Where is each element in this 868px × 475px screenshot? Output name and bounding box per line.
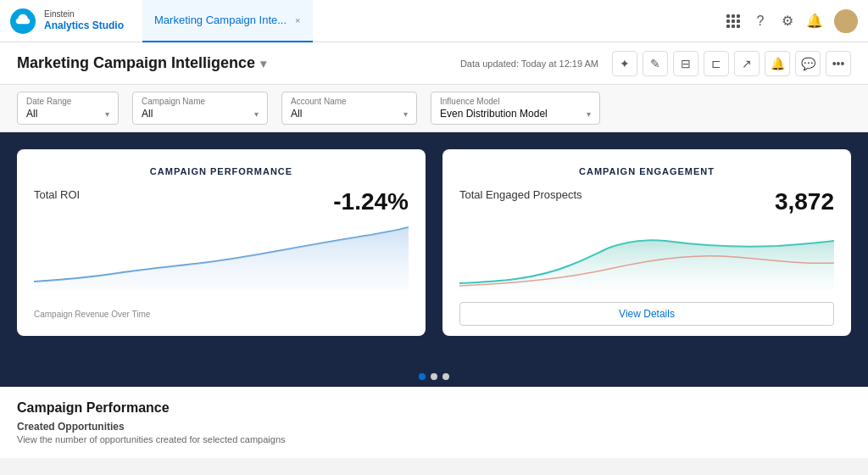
settings-icon[interactable]: ⚙ (780, 14, 795, 29)
performance-chart (34, 222, 409, 305)
more-button[interactable]: ••• (826, 51, 851, 76)
bottom-section-subtitle: Created Opportunities (17, 421, 851, 433)
brand-name: Analytics Studio (44, 20, 124, 31)
nav-right: ? ⚙ 🔔 (726, 9, 858, 33)
bottom-section: Campaign Performance Created Opportuniti… (0, 387, 868, 458)
account-name-label: Account Name (291, 97, 408, 106)
account-name-value: All ▾ (291, 108, 408, 120)
save-button[interactable]: ⊟ (673, 51, 698, 76)
performance-metric-value: -1.24% (333, 188, 409, 215)
header-right: Data updated: Today at 12:19 AM ✦ ✎ ⊟ ⊏ … (460, 51, 851, 76)
filter-bar: Date Range All ▾ Campaign Name All ▾ Acc… (0, 85, 868, 132)
performance-card-title: CAMPAIGN PERFORMANCE (34, 166, 409, 176)
performance-footnote: Campaign Revenue Over Time (34, 310, 409, 319)
tab-label: Marketing Campaign Inte... (154, 14, 287, 26)
performance-card: CAMPAIGN PERFORMANCE Total ROI -1.24% Ca… (17, 149, 426, 336)
engagement-metric-value: 3,872 (775, 188, 834, 215)
grid-icon[interactable] (726, 14, 741, 29)
user-avatar[interactable] (834, 9, 858, 33)
page-title: Marketing Campaign Intelligence (17, 54, 255, 72)
secondary-header: Marketing Campaign Intelligence ▾ Data u… (0, 42, 868, 85)
performance-metric-row: Total ROI -1.24% (34, 188, 409, 215)
campaign-name-filter[interactable]: Campaign Name All ▾ (132, 92, 268, 125)
carousel-indicator (0, 353, 868, 387)
brand-einstein: Einstein (44, 9, 124, 20)
engagement-chart (459, 222, 834, 293)
main-content: CAMPAIGN PERFORMANCE Total ROI -1.24% Ca… (0, 132, 868, 353)
data-updated-label: Data updated: Today at 12:19 AM (460, 59, 598, 69)
view-details-button[interactable]: View Details (459, 302, 834, 326)
dot-2[interactable] (431, 373, 437, 380)
bottom-section-description: View the number of opportunities created… (17, 434, 851, 444)
date-range-label: Date Range (26, 97, 109, 106)
campaign-name-label: Campaign Name (142, 97, 259, 106)
page-title-container: Marketing Campaign Intelligence ▾ (17, 54, 266, 72)
dot-3[interactable] (442, 373, 449, 380)
share-button[interactable]: ↗ (734, 51, 760, 76)
help-icon[interactable]: ? (753, 14, 768, 29)
influence-model-value: Even Distribution Model ▾ (440, 108, 591, 120)
sparkle-button[interactable]: ✦ (612, 51, 637, 76)
page-title-dropdown[interactable]: ▾ (260, 57, 266, 70)
chat-button[interactable]: 💬 (795, 51, 821, 76)
influence-model-label: Influence Model (440, 97, 591, 106)
tab-close-button[interactable]: × (295, 15, 300, 25)
notifications-icon[interactable]: 🔔 (807, 14, 822, 29)
bookmark-button[interactable]: ⊏ (704, 51, 729, 76)
engagement-card: CAMPAIGN ENGAGEMENT Total Engaged Prospe… (442, 149, 851, 336)
engagement-metric-row: Total Engaged Prospects 3,872 (459, 188, 834, 215)
performance-metric-label: Total ROI (34, 188, 80, 201)
svg-point-1 (837, 24, 854, 33)
svg-point-0 (841, 13, 851, 23)
engagement-card-title: CAMPAIGN ENGAGEMENT (459, 166, 834, 176)
bottom-section-title: Campaign Performance (17, 400, 851, 416)
app-brand: Einstein Analytics Studio (44, 9, 134, 31)
edit-button[interactable]: ✎ (643, 51, 668, 76)
dots-row (0, 373, 868, 380)
date-range-value: All ▾ (26, 108, 109, 120)
salesforce-logo (10, 8, 36, 34)
active-tab[interactable]: Marketing Campaign Inte... × (142, 0, 313, 42)
date-range-filter[interactable]: Date Range All ▾ (17, 92, 119, 125)
account-name-filter[interactable]: Account Name All ▾ (281, 92, 417, 125)
influence-model-filter[interactable]: Influence Model Even Distribution Model … (431, 92, 600, 125)
top-nav: Einstein Analytics Studio Marketing Camp… (0, 0, 868, 42)
campaign-name-value: All ▾ (142, 108, 259, 120)
alert-button[interactable]: 🔔 (765, 51, 790, 76)
engagement-metric-label: Total Engaged Prospects (459, 188, 582, 201)
tab-bar: Marketing Campaign Inte... × (142, 0, 717, 42)
dot-1[interactable] (419, 373, 426, 380)
carousel-pointer (417, 353, 451, 370)
